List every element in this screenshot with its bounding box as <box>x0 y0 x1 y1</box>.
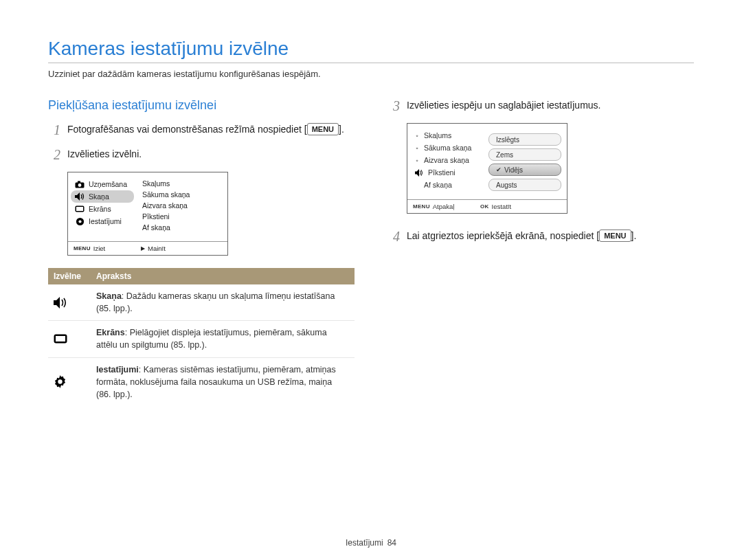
volume-option-off: Izslēgts <box>488 133 561 146</box>
step-number-1: 1 <box>48 122 60 137</box>
page-footer: Iestatījumi84 <box>0 538 742 548</box>
menu-key-pill: MENU <box>307 123 339 135</box>
table-header-menu: Izvēlne <box>48 268 91 284</box>
footer-change-hint: ▶Mainīt <box>137 245 227 252</box>
svg-point-7 <box>78 220 81 223</box>
row-desc-display: Ekrāns: Pielāgojiet displeja iestatījumu… <box>91 321 355 357</box>
footer-back-hint: MENUAtpakaļ <box>407 203 476 210</box>
sound-option-beep: Pīkstieni <box>141 211 227 222</box>
row-desc-sound: Skaņa: Dažādu kameras skaņu un skaļuma l… <box>91 284 355 321</box>
step-number-4: 4 <box>387 229 400 244</box>
svg-marker-3 <box>75 192 80 201</box>
check-icon: ✔ <box>496 166 502 173</box>
row-icon-sound <box>48 284 91 321</box>
volume-option-low: Zems <box>488 148 561 161</box>
sound-option-start: Sākuma skaņa <box>141 189 227 200</box>
row-icon-display <box>48 321 91 357</box>
step-number-2: 2 <box>48 147 60 162</box>
row-icon-settings <box>48 357 91 406</box>
section-heading-access: Piekļūšana iestatījumu izvēlnei <box>48 98 355 113</box>
step-2-text: Izvēlieties izvēlni. <box>67 147 355 162</box>
menu-description-table: Izvēlne Apraksts Skaņa: Dažādu kameras s… <box>48 268 355 406</box>
step-1-text: Fotografēšanas vai demonstrēšanas režīmā… <box>67 122 355 137</box>
table-header-description: Apraksts <box>91 268 355 284</box>
camera-icon <box>75 180 85 188</box>
volume-option-medium: ✔Vidējs <box>488 164 561 176</box>
page-title: Kameras iestatījumu izvēlne <box>48 38 694 63</box>
footer-set-hint: OKIestatīt <box>476 203 567 210</box>
page-subtitle: Uzziniet par dažādām kameras iestatījumu… <box>48 69 694 79</box>
svg-rect-10 <box>56 336 65 341</box>
camera-menu-screenshot-2: ◦ Skaļums ◦ Sākuma skaņa ◦ Aizvara skaņa <box>407 123 567 214</box>
submenu-item-volume: ◦ Skaļums <box>407 129 484 142</box>
svg-rect-5 <box>76 207 83 211</box>
submenu-item-start-sound: ◦ Sākuma skaņa <box>407 142 484 154</box>
svg-marker-8 <box>54 297 60 309</box>
submenu-item-beep: Pīkstieni <box>407 166 484 179</box>
svg-rect-1 <box>78 181 80 183</box>
svg-point-2 <box>78 183 82 187</box>
menu-tab-shooting: Uzņemšana <box>68 178 137 190</box>
step-4-text: Lai atgrieztos iepriekšējā ekrānā, nospi… <box>407 229 694 244</box>
menu-tab-sound: Skaņa <box>71 190 134 203</box>
sound-icon <box>414 168 424 177</box>
step-number-3: 3 <box>387 98 400 113</box>
menu-tab-settings: Iestatījumi <box>68 215 137 227</box>
submenu-item-shutter-sound: ◦ Aizvara skaņa <box>407 154 484 166</box>
camera-menu-screenshot-1: Uzņemšana Skaņa Ekrāns <box>67 172 228 256</box>
footer-exit-hint: MENUIziet <box>68 245 137 252</box>
sound-option-volume: Skaļums <box>141 178 227 189</box>
display-icon <box>75 205 85 213</box>
svg-point-11 <box>58 379 62 383</box>
submenu-item-af-sound: Af skaņa <box>407 179 484 191</box>
gear-icon <box>75 217 85 225</box>
step-3-text: Izvēlieties iespēju un saglabājiet iesta… <box>407 98 694 113</box>
sound-option-af: Af skaņa <box>141 222 227 233</box>
row-desc-settings: Iestatījumi: Kameras sistēmas iestatījum… <box>91 357 355 406</box>
sound-icon <box>75 192 85 201</box>
sound-option-shutter: Aizvara skaņa <box>141 200 227 211</box>
svg-marker-12 <box>415 169 419 177</box>
menu-tab-display: Ekrāns <box>68 203 137 215</box>
volume-option-high: Augsts <box>488 179 561 191</box>
menu-key-pill: MENU <box>599 229 631 242</box>
